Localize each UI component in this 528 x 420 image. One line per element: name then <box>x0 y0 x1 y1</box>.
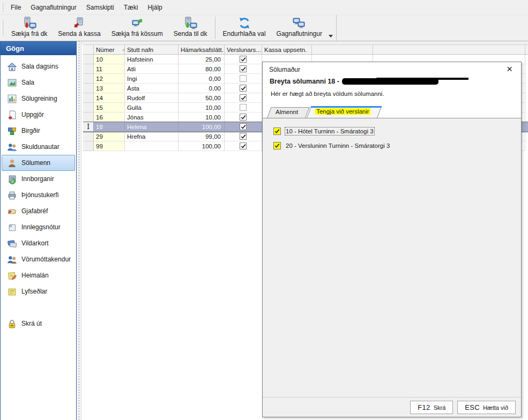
table-cell: 99,00 <box>179 132 225 141</box>
toolbar-button-senda-til-dk[interactable]: Senda til dk <box>168 15 213 41</box>
sidebar-items: Sala dagsinsSalaSölugreiningUppgjörBirgð… <box>1 55 76 332</box>
store-access-checkbox-cell[interactable] <box>225 122 262 132</box>
table-cell: 10 <box>94 55 125 64</box>
sidebar-item-birgdir[interactable]: Birgðir <box>2 123 75 139</box>
table-cell: 100,00 <box>179 141 225 151</box>
checked-checkbox-icon[interactable] <box>273 128 281 135</box>
lock-icon <box>7 319 17 329</box>
checkbox-icon[interactable] <box>240 142 247 149</box>
sidebar-item-innborganir[interactable]: Innborganir <box>2 171 75 187</box>
toolbar-grip[interactable] <box>2 20 3 36</box>
store-access-checkbox-cell[interactable] <box>225 93 262 103</box>
sidebar-item-skra-ut[interactable]: Skrá út <box>2 316 75 332</box>
table-cell: Hafsteinn <box>125 55 179 64</box>
sidebar-item-solugreining[interactable]: Sölugreining <box>2 91 75 107</box>
sidebar-item-label: Skuldunautar <box>21 143 60 151</box>
checkbox-icon[interactable] <box>240 104 247 111</box>
menu-item-hjalp[interactable]: Hjálp <box>143 0 167 14</box>
checked-checkbox-icon[interactable] <box>273 142 281 149</box>
button-haetta-vid[interactable]: ESCHætta við <box>457 401 516 414</box>
menu-bar: FileGagnaflutningurSamskiptiTækiHjálp <box>0 0 528 15</box>
computer-download-red-arrow-icon <box>23 16 36 30</box>
checkbox-icon[interactable] <box>240 114 247 121</box>
column-header-hamarksafslatt[interactable]: Hámarksafslátt... <box>179 45 225 54</box>
table-cell: 14 <box>94 93 125 103</box>
chevron-down-icon <box>329 35 333 38</box>
toolbar-button-senda-a-kassa[interactable]: Senda á kassa <box>53 15 106 41</box>
store-access-checkbox-cell[interactable] <box>225 141 262 151</box>
close-icon[interactable]: × <box>505 64 514 74</box>
sidebar-item-thjonustukerfi[interactable]: Þjónustukerfi <box>2 187 75 203</box>
toolbar-button-saekja-fra-dk[interactable]: Sækja frá dk <box>6 15 53 41</box>
store-checkbox-row: 10 - Hótel Turninn - Smáratogi 3 <box>273 128 521 135</box>
store-checkbox-label[interactable]: 20 - Versluninn Turninn - Smáratorgi 3 <box>286 142 390 149</box>
sidebar-item-label: Heimalán <box>21 272 49 279</box>
column-header-label: Kassa uppsetn. <box>264 47 307 53</box>
sidebar-item-heimalan[interactable]: Heimalán <box>2 267 75 283</box>
sidebar-item-uppgjor[interactable]: Uppgjör <box>2 107 75 123</box>
menu-item-gagnaflutningur[interactable]: Gagnaflutningur <box>26 0 81 14</box>
button-label: Hætta við <box>483 404 508 411</box>
receivers-people-icon <box>7 254 17 265</box>
sidebar-item-innleggsnotur[interactable]: Innleggsnótur <box>2 219 75 235</box>
sidebar-splitter[interactable] <box>77 41 81 420</box>
checkbox-icon[interactable] <box>240 65 247 72</box>
sidebar-item-sala-dagsins[interactable]: Sala dagsins <box>2 58 75 74</box>
store-access-checkbox-cell[interactable] <box>225 103 262 112</box>
store-access-checkbox-cell[interactable] <box>225 55 262 64</box>
column-header-blank[interactable] <box>312 45 373 54</box>
table-cell: 15 <box>94 103 125 112</box>
tab-label: Tengja við verslanir <box>315 108 370 115</box>
column-header-stutt-nafn[interactable]: Stutt nafn <box>125 45 179 54</box>
tab-tengja-vid-verslanir[interactable]: Tengja við verslanir <box>307 106 377 118</box>
checkbox-icon[interactable] <box>240 133 247 140</box>
checkbox-icon[interactable] <box>240 75 247 82</box>
button-skra[interactable]: F12Skrá <box>410 401 453 414</box>
checkbox-icon[interactable] <box>240 56 247 63</box>
store-access-checkbox-cell[interactable] <box>225 112 262 122</box>
toolbar-grip[interactable] <box>2 3 3 11</box>
column-header-kassa-uppsetn[interactable]: Kassa uppsetn. <box>262 45 312 54</box>
store-checkbox-label[interactable]: 10 - Hótel Turninn - Smáratogi 3 <box>286 128 374 134</box>
column-header-blank[interactable] <box>83 45 94 54</box>
toolbar: Sækja frá dkSenda á kassaSækja frá kössu… <box>0 15 528 41</box>
sidebar-item-sala[interactable]: Sala <box>2 74 75 91</box>
loyalty-cards-icon <box>7 238 17 249</box>
sidebar-item-gjafabref[interactable]: Gjafabréf <box>2 203 75 219</box>
table-cell: 0,00 <box>179 74 225 84</box>
store-access-checkbox-cell[interactable] <box>225 74 262 84</box>
current-row-indicator: I <box>83 122 94 132</box>
redacted-name <box>342 78 438 85</box>
dialog-header: Sölumaður × Breyta sölumanni 18 - Hér er… <box>263 62 521 107</box>
column-header-label: Verslunars... <box>227 47 261 53</box>
computer-upload-green-arrow-icon <box>183 16 197 30</box>
checkbox-icon[interactable] <box>240 123 247 130</box>
column-header-numer[interactable]: Númer <box>94 45 125 54</box>
store-access-checkbox-cell[interactable] <box>225 132 262 141</box>
store-access-checkbox-cell[interactable] <box>225 84 262 93</box>
store-checkbox-row: 20 - Versluninn Turninn - Smáratorgi 3 <box>273 142 521 149</box>
sidebar-item-lyfsedlar[interactable]: Lyfseðlar <box>2 283 75 299</box>
checkbox-icon[interactable] <box>240 85 247 92</box>
tab-almennt[interactable]: Almennt <box>267 107 306 118</box>
sidebar-item-vildarkort[interactable]: Vildarkort <box>2 235 75 251</box>
column-header-blank[interactable] <box>373 45 525 54</box>
table-cell: 25,00 <box>179 55 225 64</box>
toolbar-button-label: Sækja frá kössum <box>111 30 163 38</box>
toolbar-button-saekja-fra-kossum[interactable]: Sækja frá kössum <box>106 15 168 41</box>
table-cell <box>125 141 179 151</box>
sidebar-item-solumenn[interactable]: Sölumenn <box>2 155 75 171</box>
menu-item-taeki[interactable]: Tæki <box>119 0 143 14</box>
sidebar-item-skuldunautar[interactable]: Skuldunautar <box>2 139 75 155</box>
toolbar-button-endurhlada-val[interactable]: Endurhlaða val <box>218 15 271 41</box>
store-access-checkbox-cell[interactable] <box>225 64 262 74</box>
toolbar-overflow[interactable] <box>328 15 337 41</box>
toolbar-button-gagnaflutningur[interactable]: Gagnaflutningur <box>271 15 328 41</box>
table-cell: 18 <box>94 122 125 132</box>
menu-item-samskipti[interactable]: Samskipti <box>81 0 119 14</box>
dialog-footer: F12SkráESCHætta við <box>263 397 521 417</box>
menu-item-file[interactable]: File <box>6 0 26 14</box>
column-header-verslunars[interactable]: Verslunars... <box>225 45 262 54</box>
sidebar-item-vorumottakendur[interactable]: Vörumóttakendur <box>2 251 75 267</box>
checkbox-icon[interactable] <box>240 94 247 101</box>
